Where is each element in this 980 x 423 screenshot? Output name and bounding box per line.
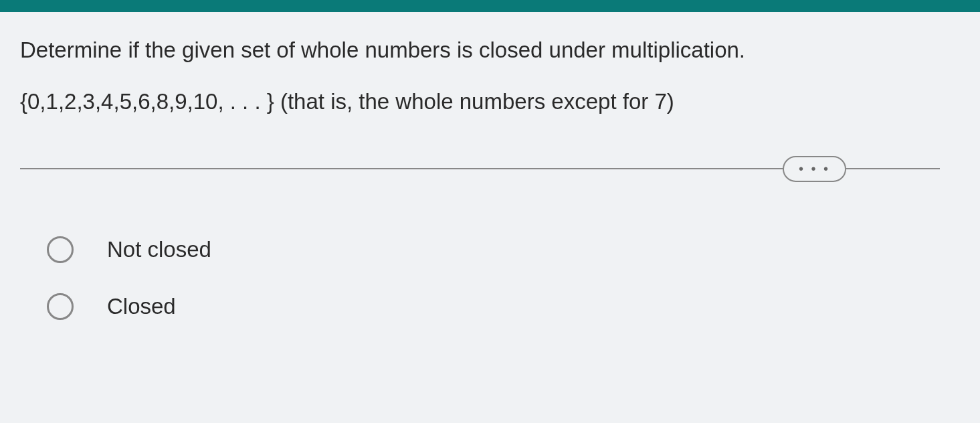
question-set-expression: {0,1,2,3,4,5,6,8,9,10, . . . } (that is,… xyxy=(20,89,960,114)
radio-icon xyxy=(47,293,74,320)
option-closed[interactable]: Closed xyxy=(47,293,960,320)
option-not-closed[interactable]: Not closed xyxy=(47,236,960,263)
top-header-bar xyxy=(0,0,980,12)
divider-container: • • • xyxy=(20,168,940,169)
option-label: Not closed xyxy=(107,237,211,262)
more-options-button[interactable]: • • • xyxy=(783,156,846,182)
question-content: Determine if the given set of whole numb… xyxy=(0,12,980,320)
question-prompt: Determine if the given set of whole numb… xyxy=(20,35,960,66)
radio-icon xyxy=(47,236,74,263)
answer-options: Not closed Closed xyxy=(20,236,960,320)
option-label: Closed xyxy=(107,294,176,319)
